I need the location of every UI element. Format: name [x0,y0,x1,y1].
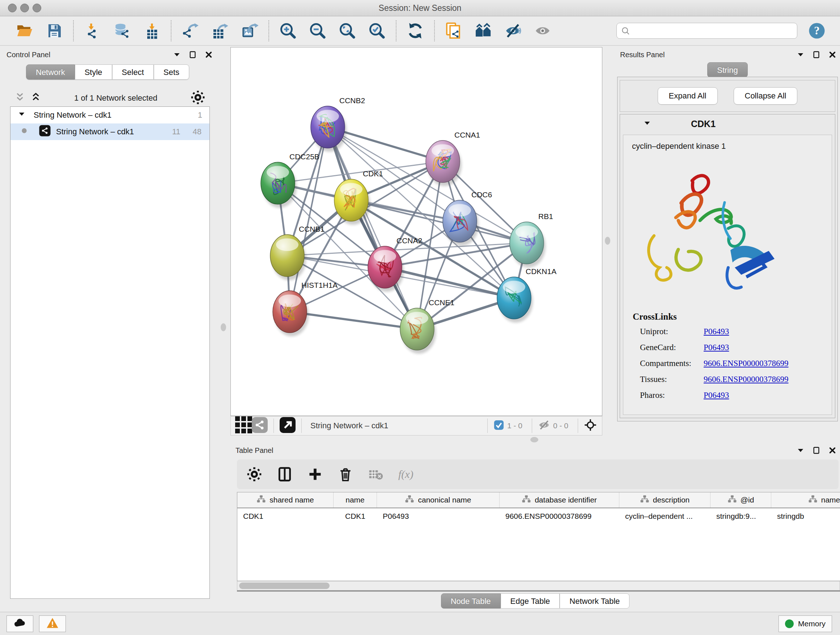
network-collection-row[interactable]: String Network – cdk1 1 [11,107,210,124]
search-icon [621,26,631,38]
save-session-icon[interactable] [45,21,64,40]
birdseye-export-icon[interactable] [279,416,295,435]
panel-menu-icon[interactable] [797,51,805,59]
panel-close-icon[interactable] [829,51,836,59]
network-options-gear-icon[interactable] [190,90,205,106]
memory-button[interactable]: Memory [778,616,832,632]
crosslink-link[interactable]: 9606.ENSP00000378699 [704,375,789,384]
export-network-icon[interactable] [181,21,200,40]
help-icon[interactable]: ? [807,21,826,40]
table-cell[interactable]: CDK1 [333,508,377,524]
node-CCNE1[interactable]: CCNE1 [400,298,454,354]
hide-selection-icon[interactable] [504,21,523,40]
tab-edge-table[interactable]: Edge Table [501,593,560,608]
expand-all-icon[interactable] [30,92,41,104]
column-header-shared-name[interactable]: shared name [237,492,333,508]
panel-float-icon[interactable] [813,51,821,59]
tab-string[interactable]: String [707,62,748,78]
network-row[interactable]: String Network – cdk1 11 48 [11,124,210,140]
panel-float-icon[interactable] [189,51,197,59]
trash-icon[interactable] [338,465,354,484]
close-window-button[interactable] [8,4,17,12]
fx-icon[interactable]: f(x) [398,465,414,484]
table-cell[interactable]: cyclin–dependent ... [619,508,711,524]
crosslink-link[interactable]: P06493 [704,391,729,400]
table-cell[interactable]: stringdb:9... [711,508,771,524]
column-header-description[interactable]: description [619,492,711,508]
table-horizontal-scrollbar[interactable] [237,581,840,591]
panel-close-icon[interactable] [205,51,213,59]
import-network-file-icon[interactable] [83,21,102,40]
cloud-button[interactable] [6,616,33,632]
node-CCNA1[interactable]: CCNA1 [426,131,480,186]
vertical-splitter-handle[interactable] [221,323,226,331]
column-header-canonical-name[interactable]: canonical name [377,492,500,508]
edge-CCNE1-HIST1H1A[interactable] [290,312,417,329]
export-image-icon[interactable] [240,21,259,40]
expand-all-button[interactable]: Expand All [658,87,718,105]
zoom-out-icon[interactable] [308,21,327,40]
tab-style[interactable]: Style [75,65,112,80]
add-icon[interactable] [307,465,323,484]
node-CDK1[interactable]: CDK1 [334,169,383,225]
crosslink-link[interactable]: P06493 [704,327,729,336]
node-CCNB2[interactable]: CCNB2 [311,96,365,152]
tab-sets[interactable]: Sets [154,65,189,80]
protein-card-header[interactable]: CDK1 [620,114,835,133]
panel-menu-icon[interactable] [797,447,805,454]
table-cell[interactable]: 9606.ENSP00000378699 [500,508,619,524]
warnings-button[interactable] [39,616,66,632]
search-input[interactable] [616,23,797,39]
tab-network-table[interactable]: Network Table [560,593,630,608]
network-canvas[interactable]: CCNB2 CCNA1 CDC25B CDK1 CDC6 [231,47,602,416]
column-header--id[interactable]: @id [711,492,771,508]
tab-node-table[interactable]: Node Table [441,593,501,608]
import-table-file-icon[interactable] [142,21,161,40]
vertical-splitter-handle[interactable] [605,237,610,245]
network-share-icon[interactable] [252,416,268,435]
new-network-from-selection-icon[interactable] [444,21,463,40]
show-all-icon[interactable] [533,21,552,40]
horizontal-splitter-handle[interactable] [531,437,538,442]
delete-table-icon[interactable] [368,465,384,484]
crosslink-link[interactable]: 9606.ENSP00000378699 [704,359,789,368]
column-header-name[interactable]: name [333,492,377,508]
panel-menu-icon[interactable] [173,51,181,59]
collapse-all-button[interactable]: Collapse All [734,87,798,105]
panel-float-icon[interactable] [813,447,821,454]
table-cell[interactable]: P06493 [377,508,500,524]
collapse-triangle-icon[interactable] [643,119,651,128]
table-row[interactable]: CDK1CDK1P064939606.ENSP00000378699cyclin… [237,508,840,524]
minimize-window-button[interactable] [20,4,29,12]
node-RB1[interactable]: RB1 [510,212,553,268]
selected-checkbox-icon[interactable] [493,420,504,432]
column-header-database-identifier[interactable]: database identifier [500,492,619,508]
open-session-icon[interactable] [15,21,34,40]
first-neighbors-icon[interactable] [474,21,493,40]
node-CDKN1A[interactable]: CDKN1A [497,267,556,323]
edge-CCNB2-CCNE1[interactable] [328,127,417,329]
collapse-all-icon[interactable] [14,92,25,104]
columns-icon[interactable] [277,465,293,484]
crosshair-icon[interactable] [584,418,597,433]
table-cell[interactable]: stringdb [771,508,840,524]
grid-view-icon[interactable] [236,416,252,435]
tab-select[interactable]: Select [112,65,154,80]
zoom-window-button[interactable] [33,4,41,12]
crosslink-link[interactable]: P06493 [704,343,729,352]
hidden-eye-icon[interactable] [538,419,550,432]
zoom-in-icon[interactable] [279,21,297,40]
export-table-icon[interactable] [210,21,229,40]
import-network-database-icon[interactable] [113,21,132,40]
zoom-selected-icon[interactable] [368,21,386,40]
gear-icon[interactable] [246,465,262,484]
collapse-triangle-icon[interactable] [18,110,26,120]
refresh-icon[interactable] [406,21,425,40]
node-HIST1H1A[interactable]: HIST1H1A [273,281,338,336]
table-cell[interactable]: CDK1 [237,508,333,524]
tab-network[interactable]: Network [26,65,75,80]
scrollbar-thumb[interactable] [239,583,330,589]
column-header-namespace[interactable]: namespace [771,492,840,508]
panel-close-icon[interactable] [829,447,836,454]
zoom-fit-icon[interactable] [338,21,357,40]
